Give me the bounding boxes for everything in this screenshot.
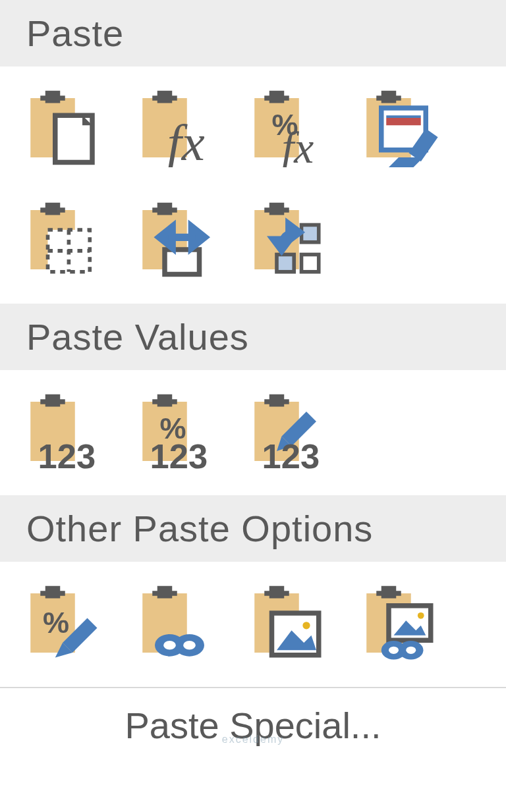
paste-button[interactable] [20, 86, 105, 172]
clipboard-percent-fx-icon: % fx [247, 88, 326, 170]
paste-values-source-formatting-button[interactable]: 123 [244, 390, 329, 475]
svg-rect-61 [40, 591, 65, 596]
svg-point-71 [183, 641, 196, 650]
svg-rect-16 [376, 95, 401, 101]
svg-marker-35 [192, 227, 204, 247]
clipboard-link-icon [135, 583, 214, 665]
paste-keep-source-formatting-button[interactable] [356, 86, 441, 172]
svg-point-70 [163, 641, 176, 650]
clipboard-paste-icon [23, 88, 102, 170]
paste-formulas-button[interactable]: fx [132, 86, 217, 172]
svg-rect-38 [264, 207, 289, 213]
clipboard-linked-picture-icon [359, 583, 438, 665]
svg-text:123: 123 [38, 437, 96, 471]
clipboard-percent-brush-icon: % [23, 583, 102, 665]
svg-rect-67 [152, 591, 177, 596]
paste-options-menu: Paste fx [0, 0, 506, 763]
paste-values-button[interactable]: 123 [20, 390, 105, 475]
svg-rect-7 [152, 95, 177, 101]
paste-formatting-button[interactable]: % [20, 582, 105, 667]
paste-keep-column-widths-button[interactable] [132, 198, 217, 284]
paste-transpose-button[interactable] [244, 198, 329, 284]
svg-rect-40 [302, 255, 319, 272]
svg-rect-18 [386, 118, 421, 125]
other-section-icons: % [0, 562, 506, 687]
svg-rect-74 [264, 591, 289, 596]
svg-rect-46 [40, 399, 65, 404]
svg-point-82 [418, 612, 424, 619]
svg-point-86 [389, 647, 399, 654]
svg-marker-43 [274, 240, 289, 250]
paste-formulas-number-formatting-button[interactable]: % fx [244, 86, 329, 172]
svg-rect-39 [302, 225, 319, 242]
svg-point-76 [302, 622, 310, 629]
svg-text:fx: fx [282, 123, 314, 168]
section-header-paste-values: Paste Values [0, 304, 506, 370]
paste-link-button[interactable] [132, 582, 217, 667]
svg-rect-2 [40, 95, 65, 101]
clipboard-formulas-icon: fx [135, 88, 214, 170]
svg-text:123: 123 [150, 437, 208, 471]
clipboard-no-borders-icon [23, 200, 102, 282]
svg-rect-11 [264, 95, 289, 101]
section-header-other: Other Paste Options [0, 495, 506, 562]
clipboard-percent-123-icon: % 123 [135, 392, 214, 474]
paste-picture-button[interactable] [244, 582, 329, 667]
svg-text:123: 123 [262, 437, 320, 471]
svg-rect-32 [165, 250, 200, 275]
svg-rect-24 [40, 207, 65, 213]
svg-rect-50 [152, 399, 177, 404]
clipboard-brush-123-icon: 123 [247, 392, 326, 474]
paste-special-menu-item[interactable]: Paste Special... [0, 687, 506, 763]
svg-text:fx: fx [167, 114, 205, 167]
clipboard-brush-formatting-icon [359, 88, 438, 170]
svg-text:%: % [43, 606, 69, 639]
clipboard-transpose-icon [247, 200, 326, 282]
paste-values-number-formatting-button[interactable]: % 123 [132, 390, 217, 475]
svg-rect-19 [386, 115, 421, 118]
paste-no-borders-button[interactable] [20, 198, 105, 284]
paste-section-icons: fx % fx [0, 67, 506, 304]
clipboard-values-icon: 123 [23, 392, 102, 474]
clipboard-column-width-icon [135, 200, 214, 282]
svg-point-87 [406, 647, 416, 654]
svg-rect-80 [376, 591, 401, 596]
svg-rect-31 [152, 207, 177, 213]
paste-values-section-icons: 123 % 123 [0, 370, 506, 495]
svg-rect-55 [264, 399, 289, 404]
section-header-paste: Paste [0, 0, 506, 67]
paste-special-label: Paste Special... [125, 705, 381, 746]
paste-linked-picture-button[interactable] [356, 582, 441, 667]
clipboard-picture-icon [247, 583, 326, 665]
svg-rect-41 [277, 255, 294, 272]
